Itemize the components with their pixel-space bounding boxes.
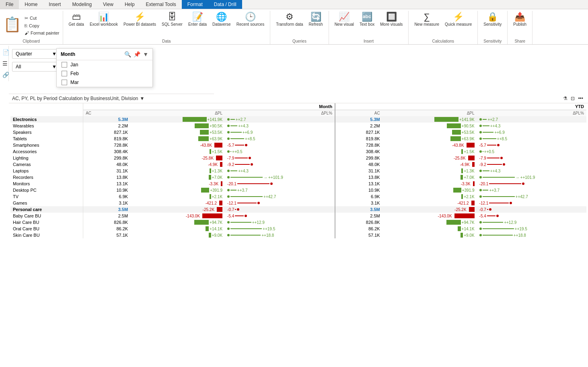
row-ytd-ac: 827.1K <box>335 129 382 135</box>
get-data-button[interactable]: 🗃 Get data <box>66 11 86 29</box>
menu-home[interactable]: Home <box>19 0 43 9</box>
row-name: Speakers <box>10 129 83 135</box>
row-name: Oral Care BU <box>10 226 83 232</box>
data-group-label: Data <box>162 39 171 43</box>
power-bi-datasets-button[interactable]: ⚡ Power BI datasets <box>121 11 158 29</box>
row-dpl-bar: +14.1K <box>130 226 225 232</box>
queries-group: ⚙ Transform data 🔄 Refresh Queries <box>270 11 329 44</box>
row-ac: 728.8K <box>83 142 130 148</box>
row-ytd-dpl-bar: +2.1K <box>382 193 477 200</box>
report-view-icon[interactable]: 📄 <box>1 47 8 57</box>
row-ytd-dpl-bar: +141.9K <box>382 116 477 123</box>
row-ytd-dpl-bar: -25.2K <box>382 206 477 213</box>
chart-dropdown-icon[interactable]: ▼ <box>140 96 144 101</box>
month-mar[interactable]: Mar <box>57 78 152 87</box>
row-ytd-dpl-bar: +14.1K <box>382 226 477 232</box>
row-ytd-dpl-bar: -3.3K <box>382 180 477 187</box>
row-dpl-bar: -421.2 <box>130 200 225 206</box>
month-popup-header: Month 🔍 📌 ▼ <box>57 49 152 60</box>
model-view-icon[interactable]: 🔗 <box>1 70 8 80</box>
row-ac: 299.8K <box>83 155 130 161</box>
data-view-icon[interactable]: ☰ <box>1 59 8 68</box>
row-dpl-pct: -5.7 <box>225 142 335 148</box>
row-dpl-pct: -20.1 <box>225 180 335 187</box>
cut-button[interactable]: ✂Cut <box>23 15 61 22</box>
row-dpl-pct: ++3.7 <box>225 187 335 193</box>
chart-title: AC, PY, PL by Period Calculation by Busi… <box>12 96 138 101</box>
row-dpl-bar: -25.2K <box>130 206 225 213</box>
table-row: Speakers 827.1K +53.5K ++6.9 827.1K +53.… <box>10 129 586 135</box>
menu-external-tools[interactable]: External Tools <box>140 0 182 9</box>
chart-focus-icon[interactable]: ⊡ <box>571 96 575 101</box>
menu-bar: File Home Insert Modeling View Help Exte… <box>0 0 588 9</box>
row-dpl-bar: +53.5K <box>130 129 225 135</box>
sensitivity-button[interactable]: 🔒 Sensitivity <box>481 11 504 29</box>
row-ytd-ac: 308.4K <box>335 148 382 155</box>
menu-format[interactable]: Format <box>182 0 208 9</box>
table-row: Desktop PC 10.9K +391.9 ++3.7 10.9K +391… <box>10 187 586 193</box>
menu-data-drill[interactable]: Data / Drill <box>208 0 242 9</box>
enter-data-button[interactable]: 📝 Enter data <box>186 11 209 29</box>
menu-help[interactable]: Help <box>119 0 140 9</box>
copy-button[interactable]: ⎘Copy <box>23 23 61 29</box>
row-ac: 13.8K <box>83 174 130 180</box>
row-ytd-dpl-bar: +391.9 <box>382 187 477 193</box>
excel-workbook-button[interactable]: 📊 Excel workbook <box>87 11 120 29</box>
row-name: Desktop PC <box>10 187 83 193</box>
recent-sources-button[interactable]: 🕒 Recent sources <box>234 11 267 29</box>
quarter-dropdown[interactable]: Quarter ▼ <box>12 49 60 59</box>
feb-checkbox[interactable] <box>62 71 67 76</box>
chart-filter-icon[interactable]: ⚗ <box>563 96 567 101</box>
more-visuals-button[interactable]: 🔲 More visuals <box>378 11 405 29</box>
row-ac: 2.5M <box>83 213 130 219</box>
row-ytd-dpl-pct: →++101.9 <box>477 174 586 180</box>
row-ytd-dpl-pct: ++2.7 <box>477 116 586 123</box>
row-name: Hair Care BU <box>10 219 83 226</box>
month-feb[interactable]: Feb <box>57 69 152 78</box>
row-ytd-dpl-pct: -12.1 <box>477 200 586 206</box>
row-dpl-pct: ++12.9 <box>225 219 335 226</box>
month-search-icon[interactable]: 🔍 <box>124 51 131 57</box>
row-dpl-pct: -5.4 <box>225 213 335 219</box>
row-ac: 826.8K <box>83 219 130 226</box>
paste-button[interactable]: 📋 <box>2 14 23 35</box>
row-ac: 86.2K <box>83 226 130 232</box>
new-visual-button[interactable]: 📈 New visual <box>332 11 356 29</box>
month-popup: Month 🔍 📌 ▼ Jan Feb Mar <box>56 48 153 87</box>
format-painter-button[interactable]: 🖌Format painter <box>23 30 61 36</box>
row-name: Baby Care BU <box>10 213 83 219</box>
menu-view[interactable]: View <box>97 0 119 9</box>
row-dpl-pct: -12.1 <box>225 200 335 206</box>
row-name: Laptops <box>10 168 83 174</box>
jan-checkbox[interactable] <box>62 62 67 68</box>
row-dpl-pct: -9.2 <box>225 161 335 168</box>
ribbon: 📋 ✂Cut ⎘Copy 🖌Format painter Clipboard 🗃… <box>0 9 588 45</box>
mar-checkbox[interactable] <box>62 80 67 85</box>
row-ytd-dpl-pct: -9.2 <box>477 161 586 168</box>
share-label: Share <box>514 39 525 43</box>
row-ytd-ac: 13.8K <box>335 174 382 180</box>
publish-button[interactable]: 📤 Publish <box>511 11 529 29</box>
quick-measure-button[interactable]: ⚡ Quick measure <box>442 11 474 29</box>
ytd-dpl-header: ΔPL <box>382 110 477 117</box>
menu-modeling[interactable]: Modeling <box>66 0 97 9</box>
dataverse-button[interactable]: 🌐 Dataverse <box>210 11 233 29</box>
menu-file[interactable]: File <box>0 0 19 9</box>
row-ac: 13.1K <box>83 180 130 187</box>
row-ytd-ac: 819.8K <box>335 135 382 142</box>
row-ytd-ac: 6.9K <box>335 193 382 200</box>
sql-server-button[interactable]: 🗄 SQL Server <box>159 11 185 29</box>
text-box-button[interactable]: 🔤 Text box <box>357 11 377 29</box>
table-row: Skin Care BU 57.1K +9.0K ++18.8 57.1K +9… <box>10 232 586 238</box>
new-measure-button[interactable]: ∑ New measure <box>412 11 442 29</box>
month-jan[interactable]: Jan <box>57 60 152 69</box>
refresh-button[interactable]: 🔄 Refresh <box>306 11 325 29</box>
month-expand-icon[interactable]: ▼ <box>143 51 148 57</box>
all-dropdown[interactable]: All ▼ <box>12 62 60 72</box>
clipboard-label: Clipboard <box>2 39 61 43</box>
chart-more-icon[interactable]: ••• <box>578 96 583 101</box>
menu-insert[interactable]: Insert <box>43 0 66 9</box>
month-pin-icon[interactable]: 📌 <box>134 51 140 57</box>
transform-data-button[interactable]: ⚙ Transform data <box>273 11 305 29</box>
row-name: Skin Care BU <box>10 232 83 238</box>
